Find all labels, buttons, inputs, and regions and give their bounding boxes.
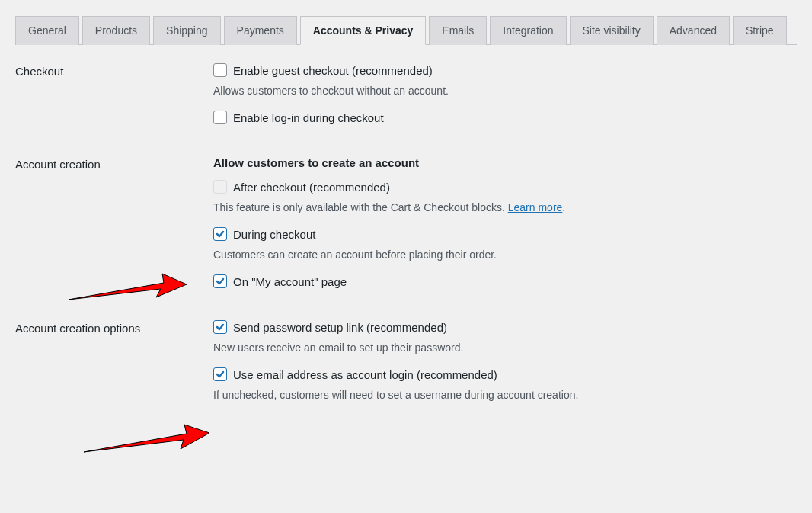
tab-general[interactable]: General xyxy=(15,16,79,45)
tab-stripe[interactable]: Stripe xyxy=(733,16,787,45)
tab-payments[interactable]: Payments xyxy=(224,16,297,45)
login-during-checkout-label: Enable log-in during checkout xyxy=(233,111,384,124)
tab-advanced[interactable]: Advanced xyxy=(657,16,730,45)
after-checkout-description: This feature is only available with the … xyxy=(213,201,797,213)
check-icon xyxy=(215,229,225,239)
after-checkout-label: After checkout (recommended) xyxy=(233,181,390,194)
password-link-checkbox[interactable] xyxy=(213,320,227,334)
during-checkout-label: During checkout xyxy=(233,228,315,241)
check-icon xyxy=(215,322,225,332)
account-options-heading: Account creation options xyxy=(15,320,213,335)
my-account-label: On "My account" page xyxy=(233,275,347,288)
tab-integration[interactable]: Integration xyxy=(490,16,566,45)
password-link-label: Send password setup link (recommended) xyxy=(233,321,447,334)
email-login-checkbox[interactable] xyxy=(213,367,227,381)
settings-tabs: General Products Shipping Payments Accou… xyxy=(15,15,797,45)
tab-shipping[interactable]: Shipping xyxy=(153,16,221,45)
account-creation-heading: Account creation xyxy=(15,156,213,171)
tab-site-visibility[interactable]: Site visibility xyxy=(570,16,654,45)
guest-checkout-description: Allows customers to checkout without an … xyxy=(213,85,797,97)
email-login-description: If unchecked, customers will need to set… xyxy=(213,389,797,401)
tab-accounts-privacy[interactable]: Accounts & Privacy xyxy=(300,16,427,45)
arrow-annotation-icon xyxy=(80,415,213,460)
password-link-description: New users receive an email to set up the… xyxy=(213,341,797,354)
my-account-checkbox[interactable] xyxy=(213,274,227,288)
learn-more-link[interactable]: Learn more xyxy=(508,201,563,213)
tab-products[interactable]: Products xyxy=(82,16,150,45)
guest-checkout-checkbox[interactable] xyxy=(213,63,227,77)
checkout-heading: Checkout xyxy=(15,63,213,78)
during-checkout-description: Customers can create an account before p… xyxy=(213,248,797,261)
account-creation-subheading: Allow customers to create an account xyxy=(213,156,797,169)
during-checkout-checkbox[interactable] xyxy=(213,227,227,241)
guest-checkout-label: Enable guest checkout (recommended) xyxy=(233,64,433,77)
after-checkout-checkbox xyxy=(213,180,227,194)
tab-emails[interactable]: Emails xyxy=(429,16,487,45)
login-during-checkout-checkbox[interactable] xyxy=(213,111,227,124)
check-icon xyxy=(215,276,225,287)
email-login-label: Use email address as account login (reco… xyxy=(233,368,497,381)
check-icon xyxy=(215,369,225,380)
